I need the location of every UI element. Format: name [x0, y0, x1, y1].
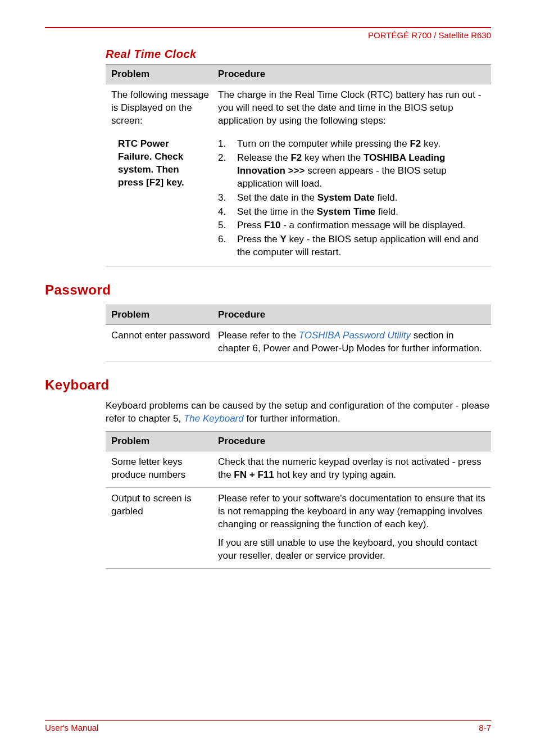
rtc-step-4: Set the time in the System Time field.: [218, 206, 485, 219]
rtc-col-problem: Problem: [106, 65, 212, 84]
rtc-step-2: Release the F2 key when the TOSHIBA Lead…: [218, 152, 485, 191]
link-toshiba-password-utility[interactable]: TOSHIBA Password Utility: [299, 330, 411, 341]
keyboard-row1-problem: Some letter keys produce numbers: [106, 451, 212, 488]
rtc-row1-procedure: The charge in the Real Time Clock (RTC) …: [212, 84, 491, 133]
link-the-keyboard[interactable]: The Keyboard: [184, 413, 244, 424]
section-title-keyboard: Keyboard: [45, 377, 491, 393]
keyboard-row2-p2: If you are still unable to use the keybo…: [218, 537, 485, 563]
rtc-step-1: Turn on the computer while pressing the …: [218, 138, 485, 151]
keyboard-row2-problem: Output to screen is garbled: [106, 487, 212, 568]
rtc-row2-procedure: Turn on the computer while pressing the …: [212, 133, 491, 266]
password-col-problem: Problem: [106, 305, 212, 325]
keyboard-row1-procedure: Check that the numeric keypad overlay is…: [212, 451, 491, 488]
rtc-msg-l1: RTC Power: [118, 138, 169, 149]
keyboard-row2-p1: Please refer to your software's document…: [218, 492, 485, 531]
rtc-step-6: Press the Y key - the BIOS setup applica…: [218, 233, 485, 259]
rtc-row1-problem: The following message is Displayed on th…: [106, 84, 212, 133]
header-product: PORTÉGÉ R700 / Satellite R630: [45, 30, 491, 40]
section-title-rtc: Real Time Clock: [106, 48, 491, 61]
rtc-step-5: Press F10 - a confirmation message will …: [218, 219, 485, 232]
footer-left: User's Manual: [45, 723, 98, 732]
keyboard-table: Problem Procedure Some letter keys produ…: [106, 431, 491, 569]
rtc-msg-l2: Failure. Check: [118, 151, 183, 162]
section-title-password: Password: [45, 282, 491, 298]
footer: User's Manual 8-7: [45, 720, 491, 732]
password-row1-problem: Cannot enter password: [106, 325, 212, 361]
keyboard-col-problem: Problem: [106, 432, 212, 451]
rtc-step-3: Set the date in the System Date field.: [218, 192, 485, 205]
footer-page: 8-7: [479, 723, 491, 732]
rtc-table: Problem Procedure The following message …: [106, 64, 491, 266]
password-row1-procedure: Please refer to the TOSHIBA Password Uti…: [212, 325, 491, 361]
password-col-procedure: Procedure: [212, 305, 491, 325]
password-table: Problem Procedure Cannot enter password …: [106, 305, 491, 361]
keyboard-intro: Keyboard problems can be caused by the s…: [106, 400, 491, 425]
header-divider: [45, 27, 491, 28]
rtc-row2-problem: RTC Power Failure. Check system. Then pr…: [106, 133, 212, 266]
keyboard-row2-procedure: Please refer to your software's document…: [212, 487, 491, 568]
keyboard-col-procedure: Procedure: [212, 432, 491, 451]
rtc-msg-l4: press [F2] key.: [118, 177, 184, 188]
rtc-msg-l3: system. Then: [118, 164, 179, 175]
rtc-col-procedure: Procedure: [212, 65, 491, 84]
